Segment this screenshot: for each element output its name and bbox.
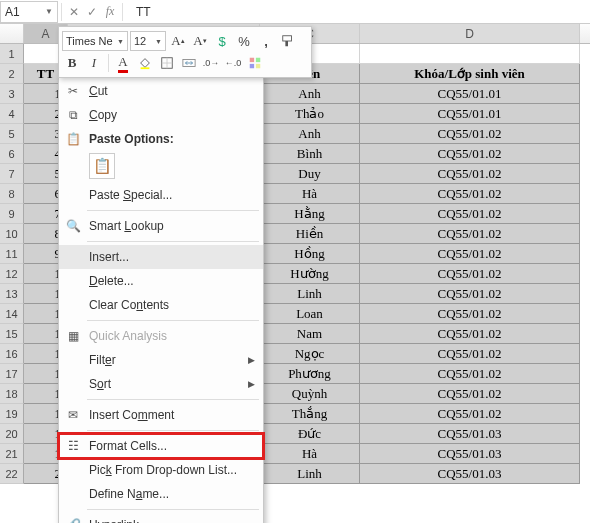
cell[interactable]: Hiền — [260, 224, 360, 244]
row-header[interactable]: 13 — [0, 284, 24, 304]
cell[interactable]: Đức — [260, 424, 360, 444]
cell[interactable]: Linh — [260, 464, 360, 484]
cell[interactable]: Quỳnh — [260, 384, 360, 404]
cell[interactable]: CQ55/01.02 — [360, 304, 580, 324]
decrease-font-icon[interactable]: A▾ — [190, 31, 210, 51]
accounting-format-icon[interactable]: $ — [212, 31, 232, 51]
row-header[interactable]: 2 — [0, 64, 24, 84]
percent-icon[interactable]: % — [234, 31, 254, 51]
cell[interactable]: Loan — [260, 304, 360, 324]
cell[interactable]: Thảo — [260, 104, 360, 124]
menu-cut[interactable]: ✂Cut — [59, 79, 263, 103]
row-header[interactable]: 10 — [0, 224, 24, 244]
menu-sort[interactable]: Sort▶ — [59, 372, 263, 396]
cell[interactable]: Hường — [260, 264, 360, 284]
cell[interactable]: CQ55/01.02 — [360, 264, 580, 284]
row-header[interactable]: 14 — [0, 304, 24, 324]
cell[interactable]: Bình — [260, 144, 360, 164]
cell[interactable]: CQ55/01.02 — [360, 244, 580, 264]
font-color-icon[interactable]: A — [113, 53, 133, 73]
cell[interactable]: Anh — [260, 124, 360, 144]
cell[interactable]: CQ55/01.02 — [360, 364, 580, 384]
row-header[interactable]: 20 — [0, 424, 24, 444]
fx-icon[interactable]: fx — [101, 4, 119, 19]
row-header[interactable]: 11 — [0, 244, 24, 264]
cell[interactable]: Nam — [260, 324, 360, 344]
cell[interactable]: Duy — [260, 164, 360, 184]
row-header[interactable]: 1 — [0, 44, 24, 64]
cell[interactable]: CQ55/01.01 — [360, 104, 580, 124]
row-header[interactable]: 12 — [0, 264, 24, 284]
col-header-d[interactable]: D — [360, 24, 580, 43]
cell[interactable]: CQ55/01.02 — [360, 164, 580, 184]
cell[interactable]: CQ55/01.02 — [360, 404, 580, 424]
cell[interactable]: CQ55/01.03 — [360, 424, 580, 444]
menu-insert-comment[interactable]: ✉Insert Comment — [59, 403, 263, 427]
row-header[interactable]: 17 — [0, 364, 24, 384]
comma-icon[interactable]: , — [256, 31, 276, 51]
cell[interactable]: Hằng — [260, 204, 360, 224]
cell[interactable]: Anh — [260, 84, 360, 104]
row-header[interactable]: 8 — [0, 184, 24, 204]
cell[interactable]: CQ55/01.02 — [360, 324, 580, 344]
cell[interactable]: CQ55/01.02 — [360, 224, 580, 244]
row-header[interactable]: 7 — [0, 164, 24, 184]
cell[interactable]: Ngọc — [260, 344, 360, 364]
font-size-combo[interactable]: 12▼ — [130, 31, 166, 51]
name-box[interactable]: A1 ▼ — [0, 1, 58, 23]
menu-clear-contents[interactable]: Clear Contents — [59, 293, 263, 317]
row-header[interactable]: 19 — [0, 404, 24, 424]
decrease-decimal-icon[interactable]: ←.0 — [223, 53, 243, 73]
cell[interactable] — [360, 44, 580, 64]
menu-hyperlink[interactable]: 🔗Hyperlink... — [59, 513, 263, 523]
cell[interactable]: CQ55/01.02 — [360, 284, 580, 304]
menu-define-name[interactable]: Define Name... — [59, 482, 263, 506]
cell[interactable]: Thắng — [260, 404, 360, 424]
cell[interactable]: CQ55/01.02 — [360, 204, 580, 224]
menu-insert[interactable]: Insert... — [59, 245, 263, 269]
fill-color-icon[interactable] — [135, 53, 155, 73]
cell[interactable]: CQ55/01.02 — [360, 144, 580, 164]
format-painter-icon[interactable] — [278, 31, 298, 51]
row-header[interactable]: 4 — [0, 104, 24, 124]
cell[interactable]: Hồng — [260, 244, 360, 264]
row-header[interactable]: 21 — [0, 444, 24, 464]
row-header[interactable]: 5 — [0, 124, 24, 144]
paste-option-btn[interactable]: 📋 — [89, 153, 115, 179]
cancel-icon[interactable]: ✕ — [65, 5, 83, 19]
merge-center-icon[interactable] — [179, 53, 199, 73]
cell[interactable]: CQ55/01.02 — [360, 384, 580, 404]
cell[interactable]: CQ55/01.02 — [360, 184, 580, 204]
row-header[interactable]: 18 — [0, 384, 24, 404]
row-header[interactable]: 22 — [0, 464, 24, 484]
row-header[interactable]: 3 — [0, 84, 24, 104]
cell[interactable]: CQ55/01.01 — [360, 84, 580, 104]
increase-decimal-icon[interactable]: .0→ — [201, 53, 221, 73]
menu-paste-special[interactable]: Paste Special... — [59, 183, 263, 207]
cell-styles-icon[interactable] — [245, 53, 265, 73]
cell[interactable]: CQ55/01.03 — [360, 444, 580, 464]
cell[interactable]: CQ55/01.02 — [360, 124, 580, 144]
increase-font-icon[interactable]: A▴ — [168, 31, 188, 51]
select-all-corner[interactable] — [0, 24, 24, 43]
menu-smart-lookup[interactable]: 🔍Smart Lookup — [59, 214, 263, 238]
cell[interactable]: Linh — [260, 284, 360, 304]
menu-delete[interactable]: Delete... — [59, 269, 263, 293]
cell[interactable]: Hà — [260, 184, 360, 204]
menu-pick-dropdown[interactable]: Pick From Drop-down List... — [59, 458, 263, 482]
row-header[interactable]: 6 — [0, 144, 24, 164]
row-header[interactable]: 16 — [0, 344, 24, 364]
cell[interactable]: Khóa/Lớp sinh viên — [360, 64, 580, 84]
formula-value[interactable]: TT — [126, 5, 151, 19]
cell[interactable]: Hà — [260, 444, 360, 464]
borders-icon[interactable] — [157, 53, 177, 73]
check-icon[interactable]: ✓ — [83, 5, 101, 19]
font-name-combo[interactable]: Times Ne▼ — [62, 31, 128, 51]
cell[interactable]: CQ55/01.03 — [360, 464, 580, 484]
cell[interactable]: Phương — [260, 364, 360, 384]
menu-filter[interactable]: Filter▶ — [59, 348, 263, 372]
menu-format-cells[interactable]: ☷Format Cells... — [59, 434, 263, 458]
italic-icon[interactable]: I — [84, 53, 104, 73]
menu-copy[interactable]: ⧉Copy — [59, 103, 263, 127]
row-header[interactable]: 9 — [0, 204, 24, 224]
